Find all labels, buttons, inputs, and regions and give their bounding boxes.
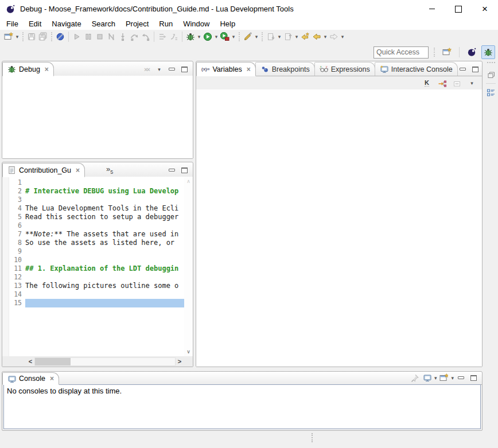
scroll-up-icon[interactable]: ∧ (186, 178, 190, 184)
restore-views-button[interactable] (485, 69, 497, 80)
line-number: 6 (2, 221, 25, 230)
variables-maximize-button[interactable] (470, 64, 481, 74)
resume-button[interactable] (71, 31, 83, 42)
use-step-filters-button[interactable] (168, 31, 180, 42)
next-annotation-button[interactable] (265, 31, 277, 42)
quick-access-input[interactable] (374, 46, 429, 59)
step-over-button[interactable] (129, 31, 140, 42)
menu-item-help[interactable]: Help (215, 18, 240, 29)
previous-annotation-dropdown[interactable]: ▾ (294, 34, 299, 40)
display-console-dropdown[interactable]: ▾ (434, 375, 437, 381)
tab-close-icon[interactable]: × (76, 166, 80, 174)
console-content[interactable]: No consoles to display at this time. (3, 384, 481, 429)
lua-perspective-button[interactable] (465, 45, 478, 59)
step-into-button[interactable] (117, 31, 129, 42)
coverage-dropdown[interactable]: ▾ (231, 34, 236, 40)
suspend-button[interactable] (83, 31, 94, 42)
editor-maximize-button[interactable] (179, 165, 190, 175)
run-button[interactable] (202, 31, 213, 42)
editor-horizontal-scrollbar[interactable]: < > (2, 356, 193, 367)
remove-all-terminated-button[interactable]: ×× (141, 64, 152, 74)
new-wizard-button[interactable] (3, 31, 14, 42)
variables-view-menu-button[interactable]: ▾ (466, 79, 477, 88)
menu-item-file[interactable]: File (1, 18, 24, 29)
line-number-gutter[interactable]: 123456789101112131415 (2, 177, 25, 356)
menu-item-window[interactable]: Window (178, 18, 215, 29)
forward-button[interactable] (328, 31, 340, 42)
tab-debug[interactable]: Debug × (2, 62, 54, 76)
scroll-down-icon[interactable]: ∨ (186, 349, 190, 354)
debug-dropdown[interactable]: ▾ (196, 34, 202, 40)
menu-item-edit[interactable]: Edit (24, 18, 46, 29)
window-close-button[interactable]: × (472, 0, 498, 18)
pin-console-button[interactable] (409, 373, 420, 383)
display-selected-console-button[interactable] (422, 373, 433, 383)
tab-breakpoints[interactable]: Breakpoints (255, 62, 315, 76)
debug-view-menu-button[interactable]: ▾ (154, 64, 165, 74)
trim-drag-handle[interactable] (487, 62, 495, 66)
tab-close-icon[interactable]: × (45, 65, 49, 73)
step-return-button[interactable] (140, 31, 151, 42)
show-logical-structure-button[interactable] (437, 78, 447, 88)
scrollbar-thumb[interactable] (35, 358, 71, 365)
debug-maximize-button[interactable] (179, 64, 190, 74)
last-edit-location-button[interactable] (299, 31, 311, 42)
external-tools-button[interactable] (242, 31, 254, 42)
terminate-button[interactable] (94, 31, 106, 42)
outline-view-button[interactable] (485, 87, 497, 98)
open-perspective-button[interactable] (440, 45, 454, 59)
external-tools-dropdown[interactable]: ▾ (254, 34, 259, 40)
maximize-icon (455, 6, 462, 13)
open-console-button[interactable] (438, 373, 449, 383)
line-number: 4 (2, 204, 25, 213)
save-button[interactable] (26, 31, 37, 42)
coverage-button[interactable] (219, 31, 231, 42)
back-button[interactable] (311, 31, 322, 42)
scroll-left-icon[interactable]: < (26, 358, 34, 365)
menu-item-project[interactable]: Project (120, 18, 154, 29)
tab-interactive-console[interactable]: Interactive Console (375, 62, 458, 76)
next-annotation-dropdown[interactable]: ▾ (277, 34, 282, 40)
show-type-names-icon: K (425, 80, 429, 87)
editor-code-area[interactable]: # Interactive DEBUG using Lua DevelopThe… (25, 177, 184, 356)
code-line-14 (25, 290, 184, 299)
hidden-editors-chevron[interactable]: »5 (106, 165, 113, 175)
editor-minimize-button[interactable] (166, 165, 177, 175)
collapse-all-button[interactable] (452, 78, 462, 88)
drop-to-frame-button[interactable] (157, 31, 168, 42)
scroll-right-icon[interactable]: > (176, 358, 184, 365)
status-bar-drag-handle[interactable] (312, 433, 313, 442)
disconnect-button[interactable] (106, 31, 117, 42)
debug-perspective-button[interactable] (481, 45, 495, 59)
window-maximize-button[interactable] (445, 0, 472, 18)
forward-dropdown[interactable]: ▾ (340, 34, 345, 40)
console-maximize-button[interactable] (468, 373, 479, 383)
tab-close-icon[interactable]: × (247, 65, 251, 73)
variables-minimize-button[interactable] (457, 64, 468, 74)
tab-console[interactable]: Console × (2, 372, 59, 385)
variables-content[interactable] (196, 89, 482, 367)
show-type-names-button[interactable]: K (422, 78, 432, 88)
skip-breakpoints-button[interactable] (55, 31, 66, 42)
back-dropdown[interactable]: ▾ (322, 34, 328, 40)
run-dropdown[interactable]: ▾ (213, 34, 219, 40)
previous-annotation-button[interactable] (282, 31, 294, 42)
scrollbar-track[interactable] (34, 357, 176, 366)
tab-contribution-guide[interactable]: Contribution_Gu × (2, 163, 85, 177)
new-wizard-dropdown[interactable]: ▾ (14, 34, 20, 40)
console-minimize-button[interactable] (456, 373, 466, 383)
open-console-dropdown[interactable]: ▾ (451, 375, 454, 381)
tab-expressions[interactable]: xy Expressions (314, 62, 375, 76)
save-all-button[interactable] (37, 31, 49, 42)
editor-vertical-scrollbar[interactable]: ∧ ∨ (184, 177, 193, 356)
menu-item-run[interactable]: Run (154, 18, 178, 29)
tab-close-icon[interactable]: × (50, 375, 54, 383)
debug-button[interactable] (185, 31, 196, 42)
menu-item-search[interactable]: Search (87, 18, 120, 29)
menu-item-navigate[interactable]: Navigate (46, 18, 86, 29)
debug-view-content[interactable] (2, 76, 193, 158)
window-minimize-button[interactable] (419, 0, 445, 18)
line-number: 10 (2, 256, 25, 264)
debug-minimize-button[interactable] (166, 64, 177, 74)
tab-variables[interactable]: (x)= Variables × (196, 62, 256, 76)
